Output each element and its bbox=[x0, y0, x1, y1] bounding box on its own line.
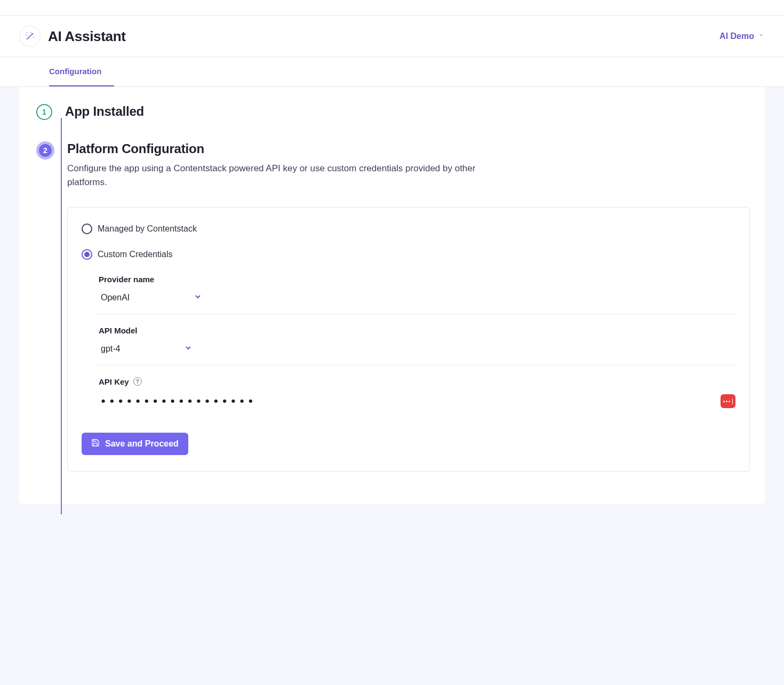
credentials-panel: Managed by Contentstack Custom Credentia… bbox=[67, 207, 750, 472]
password-manager-icon[interactable] bbox=[721, 394, 735, 408]
step2-title: Platform Configuration bbox=[67, 141, 750, 156]
model-label: API Model bbox=[99, 326, 735, 335]
provider-value: OpenAI bbox=[101, 293, 130, 302]
chevron-down-icon bbox=[757, 31, 765, 41]
page-body: 1 App Installed 2 Platform Configuration… bbox=[0, 87, 784, 685]
chevron-down-icon bbox=[184, 344, 193, 354]
model-value: gpt-4 bbox=[101, 344, 120, 354]
workspace-label: AI Demo bbox=[719, 31, 754, 41]
workspace-switcher[interactable]: AI Demo bbox=[719, 31, 765, 41]
radio-custom-label: Custom Credentials bbox=[98, 250, 173, 259]
stepper-connector bbox=[61, 118, 62, 514]
step-platform-configuration: 2 Platform Configuration Configure the a… bbox=[36, 141, 750, 472]
tab-bar: Configuration bbox=[0, 57, 784, 87]
radio-dot-icon bbox=[84, 252, 90, 257]
help-icon[interactable]: ? bbox=[133, 377, 142, 386]
api-key-input[interactable]: •••••••••••••••••• bbox=[99, 392, 257, 411]
tab-configuration[interactable]: Configuration bbox=[49, 57, 114, 86]
page-header: AI Assistant AI Demo bbox=[0, 16, 784, 57]
provider-select[interactable]: OpenAI bbox=[99, 289, 204, 306]
step-badge-1: 1 bbox=[36, 104, 52, 120]
provider-label: Provider name bbox=[99, 275, 735, 284]
field-provider-name: Provider name OpenAI bbox=[99, 275, 735, 314]
field-api-key: API Key ? •••••••••••••••••• bbox=[99, 377, 735, 419]
radio-custom[interactable]: Custom Credentials bbox=[82, 249, 735, 260]
radio-managed[interactable]: Managed by Contentstack bbox=[82, 224, 735, 234]
config-card: 1 App Installed 2 Platform Configuration… bbox=[19, 87, 765, 504]
radio-circle-checked-icon bbox=[82, 249, 92, 260]
custom-credentials-form: Provider name OpenAI bbox=[82, 265, 735, 419]
chevron-down-icon bbox=[194, 292, 202, 303]
field-api-model: API Model gpt-4 bbox=[99, 326, 735, 365]
save-icon bbox=[91, 439, 100, 449]
header-left: AI Assistant bbox=[19, 26, 126, 47]
step1-title: App Installed bbox=[65, 104, 750, 119]
save-and-proceed-button[interactable]: Save and Proceed bbox=[82, 433, 188, 455]
radio-circle-icon bbox=[82, 224, 92, 234]
save-button-label: Save and Proceed bbox=[105, 439, 179, 449]
top-strip bbox=[0, 0, 784, 16]
step2-description: Configure the app using a Contentstack p… bbox=[67, 162, 505, 190]
step-app-installed: 1 App Installed bbox=[36, 104, 750, 120]
app-wand-icon bbox=[19, 26, 41, 47]
radio-managed-label: Managed by Contentstack bbox=[98, 224, 197, 234]
model-select[interactable]: gpt-4 bbox=[99, 340, 195, 357]
app-title: AI Assistant bbox=[48, 28, 126, 45]
step-badge-2: 2 bbox=[36, 141, 54, 160]
config-stepper: 1 App Installed 2 Platform Configuration… bbox=[36, 104, 750, 472]
api-key-label: API Key bbox=[99, 377, 129, 386]
